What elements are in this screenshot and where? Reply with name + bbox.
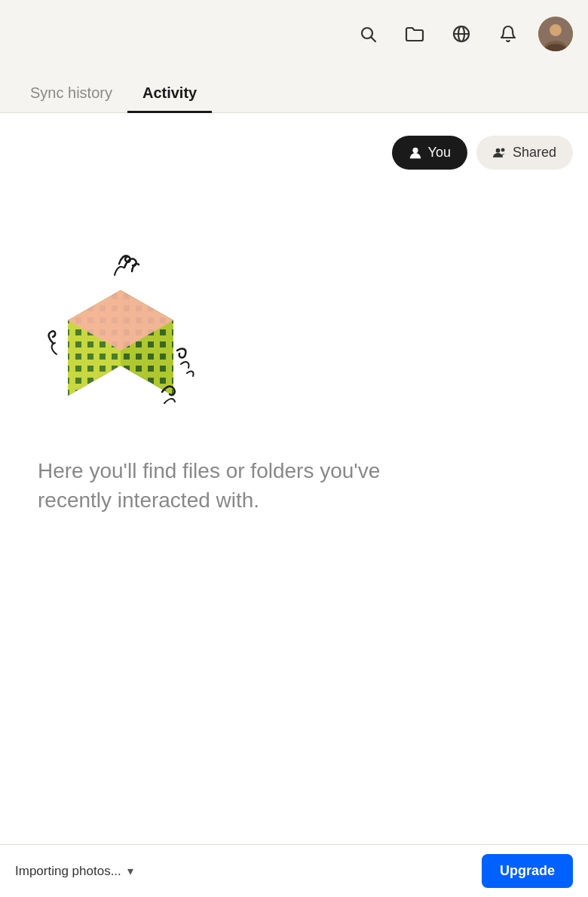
svg-line-1 (372, 38, 376, 42)
tab-sync-history[interactable]: Sync history (15, 75, 127, 113)
bottom-bar: Importing photos... ▾ Upgrade (0, 844, 588, 897)
bell-icon[interactable] (492, 17, 525, 51)
importing-status[interactable]: Importing photos... ▾ (15, 864, 133, 879)
globe-icon[interactable] (445, 17, 478, 51)
folder-icon[interactable] (398, 17, 431, 51)
svg-point-9 (550, 25, 562, 36)
avatar[interactable] (538, 17, 573, 51)
upgrade-button[interactable]: Upgrade (482, 854, 573, 888)
filter-shared-label: Shared (513, 145, 556, 161)
tabs-bar: Sync history Activity (0, 68, 588, 113)
filter-row: You Shared (15, 136, 573, 170)
header (0, 0, 588, 68)
svg-point-11 (496, 148, 501, 152)
filter-shared-button[interactable]: Shared (476, 136, 573, 170)
empty-state-message: Here you'll find files or folders you've… (30, 456, 407, 515)
importing-label: Importing photos... (15, 864, 121, 879)
empty-illustration (30, 245, 211, 426)
main-content: You Shared (0, 113, 588, 867)
chevron-down-icon: ▾ (127, 864, 133, 878)
svg-point-10 (412, 147, 418, 152)
search-icon[interactable] (351, 17, 384, 51)
svg-point-12 (501, 148, 505, 152)
tab-activity[interactable]: Activity (127, 75, 212, 113)
person-icon (409, 146, 422, 160)
shared-icon (493, 146, 507, 160)
filter-you-button[interactable]: You (392, 136, 467, 170)
empty-state: Here you'll find files or folders you've… (15, 200, 573, 515)
filter-you-label: You (428, 145, 451, 161)
